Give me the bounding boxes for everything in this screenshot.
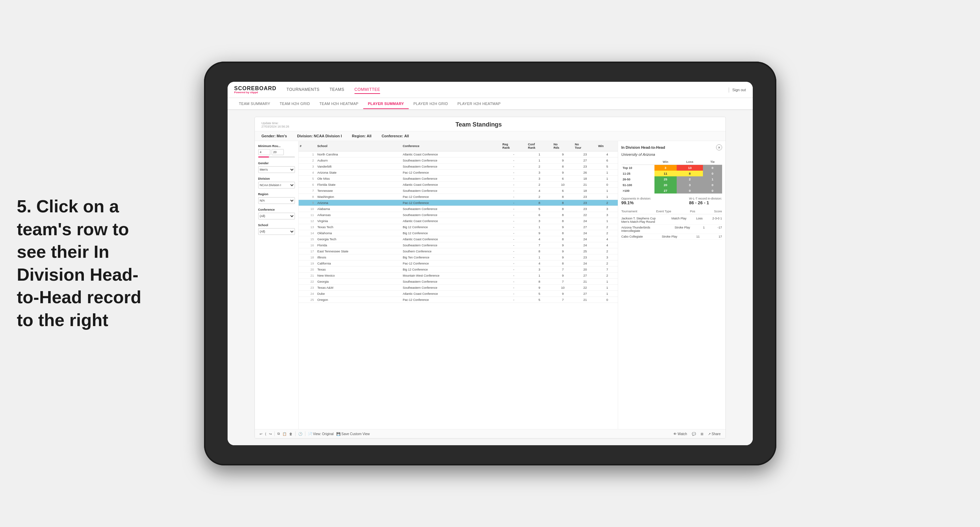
table-row[interactable]: 3 Vanderbilt Southeastern Conference - 2…	[299, 163, 618, 170]
cell-conf-rank: 5	[527, 297, 552, 303]
table-row[interactable]: 10 Alabama Southeastern Conference - 5 8…	[299, 206, 618, 212]
tournament-score: 17	[718, 235, 722, 238]
cell-conference: Big 12 Conference	[401, 224, 501, 230]
cell-rds: 8	[552, 260, 573, 267]
cell-win: 2	[597, 224, 618, 230]
cell-win: 1	[597, 285, 618, 291]
table-row[interactable]: 7 Tennessee Southeastern Conference - 4 …	[299, 188, 618, 194]
table-row[interactable]: 8 Washington Pac-12 Conference - 2 8 23 …	[299, 194, 618, 200]
cell-conference: Pac-12 Conference	[401, 170, 501, 176]
table-row[interactable]: 9 Arizona Pac-12 Conference - 8 8 23 2	[299, 200, 618, 206]
grid-button[interactable]: ⊞	[701, 432, 703, 436]
school-select[interactable]: (All)	[258, 228, 295, 235]
filter-gender-label: Gender	[258, 162, 295, 165]
h2h-cell-label: 51-100	[622, 182, 654, 188]
table-row[interactable]: 15 Georgia Tech Atlantic Coast Conferenc…	[299, 236, 618, 242]
comment-button[interactable]: 💬	[692, 432, 696, 436]
table-row[interactable]: 11 Arkansas Southeastern Conference - 6 …	[299, 212, 618, 218]
region-select[interactable]: N/A	[258, 197, 295, 204]
nav-tournaments[interactable]: TOURNAMENTS	[286, 86, 320, 94]
rounds-min-input[interactable]	[258, 149, 270, 155]
table-row[interactable]: 18 Illinois Big Ten Conference - 1 9 23 …	[299, 254, 618, 260]
col-reg-rank: RegRank	[501, 141, 527, 151]
toolbar-divider-3	[305, 432, 305, 436]
delete-button[interactable]: 🗑	[289, 432, 293, 436]
card-header-left: Update time: 27/03/2024 16:56:26	[262, 122, 290, 128]
cell-rds: 9	[552, 224, 573, 230]
cell-rank: 25	[299, 297, 316, 303]
cell-school: Arizona State	[316, 170, 402, 176]
cell-reg-rank: -	[501, 236, 527, 242]
table-area: # School Conference RegRank ConfRank NoR…	[299, 141, 618, 429]
table-row[interactable]: 24 Duke Atlantic Coast Conference - 5 9 …	[299, 291, 618, 297]
h2h-score-col-label: Score	[714, 210, 722, 213]
table-row[interactable]: 17 East Tennessee State Southern Confere…	[299, 248, 618, 254]
cell-school: Illinois	[316, 254, 402, 260]
conference-select[interactable]: (All)	[258, 213, 295, 219]
copy-button[interactable]: ⧉	[277, 432, 280, 436]
sub-nav-team-h2h-heatmap[interactable]: TEAM H2H HEATMAP	[315, 99, 363, 108]
save-custom-button[interactable]: 💾 Save Custom View	[336, 432, 370, 436]
sub-nav-team-summary[interactable]: TEAM SUMMARY	[234, 99, 275, 108]
cell-conf-rank: 4	[527, 188, 552, 194]
table-row[interactable]: 25 Oregon Pac-12 Conference - 5 7 21 0	[299, 297, 618, 303]
cell-conf-rank: 5	[527, 206, 552, 212]
table-row[interactable]: 22 Georgia Southeastern Conference - 8 7…	[299, 279, 618, 285]
division-select[interactable]: NCAA Division I	[258, 182, 295, 189]
cell-school: Arkansas	[316, 212, 402, 218]
cell-conf-rank: 9	[527, 285, 552, 291]
clock-button[interactable]: 🕐	[298, 432, 302, 436]
cell-reg-rank: -	[501, 170, 527, 176]
sign-out-button[interactable]: Sign out	[732, 88, 746, 92]
step-back-button[interactable]: ⟨	[265, 432, 266, 436]
table-row[interactable]: 16 Florida Southeastern Conference - 7 9…	[299, 242, 618, 248]
cell-rank: 2	[299, 157, 316, 163]
view-original-button[interactable]: 📄 View: Original	[308, 432, 334, 436]
cell-reg-rank: -	[501, 248, 527, 254]
h2h-cell-loss: 3	[677, 182, 703, 188]
cell-rank: 7	[299, 188, 316, 194]
table-row[interactable]: 2 Auburn Southeastern Conference - 1 9 2…	[299, 157, 618, 163]
table-row[interactable]: 19 California Pac-12 Conference - 4 8 24…	[299, 260, 618, 267]
table-row[interactable]: 1 North Carolina Atlantic Coast Conferen…	[299, 151, 618, 157]
rounds-max-input[interactable]	[272, 149, 284, 155]
watch-button[interactable]: 👁 Watch	[673, 432, 687, 436]
cell-conf-rank: 8	[527, 248, 552, 254]
tournament-pos: Loss	[696, 217, 703, 224]
table-row[interactable]: 23 Texas A&M Southeastern Conference - 9…	[299, 285, 618, 291]
table-row[interactable]: 4 Arizona State Pac-12 Conference - 3 9 …	[299, 170, 618, 176]
h2h-tournaments-header: Tournament Event Type Pos Score	[622, 209, 722, 214]
h2h-header: In Division Head-to-Head ✕	[622, 144, 722, 151]
paste-button[interactable]: 📋	[282, 432, 286, 436]
toolbar-divider-1	[274, 432, 275, 436]
redo-button[interactable]: ↪	[269, 432, 272, 436]
cell-tour: 20	[573, 267, 597, 273]
cell-win: 2	[597, 200, 618, 206]
cell-rank: 3	[299, 163, 316, 170]
undo-button[interactable]: ↩	[259, 432, 262, 436]
tournament-event-type: Stroke Play	[675, 226, 690, 233]
sub-nav-player-h2h-heatmap[interactable]: PLAYER H2H HEATMAP	[453, 99, 505, 108]
table-row[interactable]: 12 Virginia Atlantic Coast Conference - …	[299, 218, 618, 224]
gender-select[interactable]: Men's Women's	[258, 166, 295, 173]
table-row[interactable]: 20 Texas Big 12 Conference - 3 7 20 7	[299, 267, 618, 273]
col-tour: NoTour	[573, 141, 597, 151]
table-row[interactable]: 6 Florida State Atlantic Coast Conferenc…	[299, 182, 618, 188]
share-button[interactable]: ↗ Share	[708, 432, 721, 436]
cell-reg-rank: -	[501, 297, 527, 303]
table-row[interactable]: 21 New Mexico Mountain West Conference -…	[299, 273, 618, 279]
h2h-close-button[interactable]: ✕	[716, 144, 722, 151]
sub-nav-player-h2h-grid[interactable]: PLAYER H2H GRID	[409, 99, 453, 108]
table-row[interactable]: 5 Ole Miss Southeastern Conference - 3 6…	[299, 176, 618, 182]
nav-committee[interactable]: COMMITTEE	[355, 86, 380, 94]
table-row[interactable]: 14 Oklahoma Big 12 Conference - 9 8 24 2	[299, 230, 618, 236]
h2h-cell-tie: 0	[703, 182, 722, 188]
h2h-cell-loss: 13	[677, 165, 703, 171]
filter-school-label: School	[258, 224, 295, 227]
sub-nav-team-h2h-grid[interactable]: TEAM H2H GRID	[275, 99, 315, 108]
cell-conference: Southern Conference	[401, 248, 501, 254]
nav-teams[interactable]: TEAMS	[329, 86, 344, 94]
table-row[interactable]: 13 Texas Tech Big 12 Conference - 1 9 27…	[299, 224, 618, 230]
sub-nav-player-summary[interactable]: PLAYER SUMMARY	[363, 99, 409, 109]
cell-win: 2	[597, 230, 618, 236]
